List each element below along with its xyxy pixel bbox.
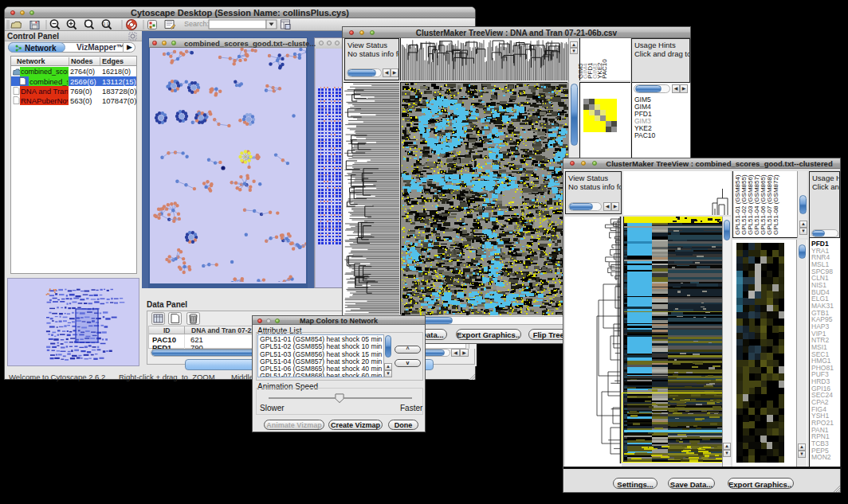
svg-text:Search:: Search: bbox=[184, 20, 209, 28]
svg-text:1:1: 1:1 bbox=[104, 21, 109, 26]
